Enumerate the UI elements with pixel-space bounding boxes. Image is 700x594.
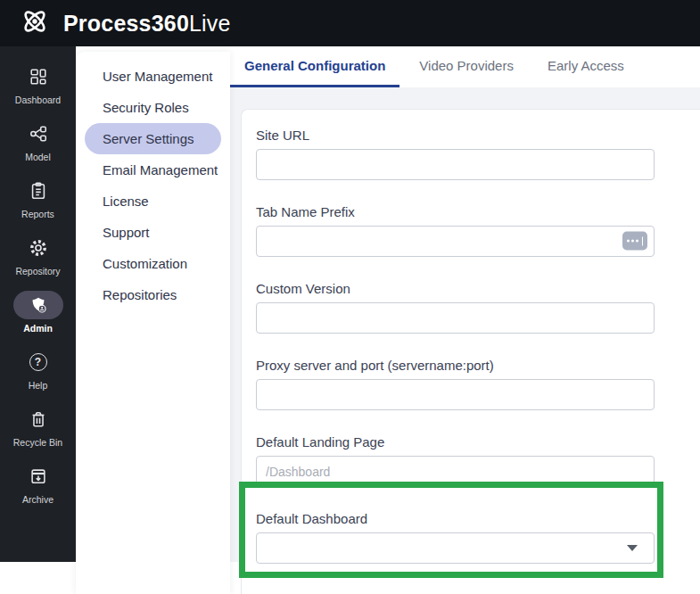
field-tab-name-prefix: Tab Name Prefix: [256, 204, 655, 257]
settings-tab-bar: General Configuration Video Providers Ea…: [230, 46, 700, 87]
sidebar-item-dashboard[interactable]: Dashboard: [0, 55, 76, 112]
sidebar-item-model[interactable]: Model: [0, 112, 76, 169]
sidebar-item-recycle-bin[interactable]: Recycle Bin: [0, 398, 76, 455]
menu-item-security-roles[interactable]: Security Roles: [85, 92, 221, 123]
default-landing-page-label: Default Landing Page: [256, 434, 655, 450]
ellipsis-cursor-button[interactable]: [622, 232, 647, 251]
field-default-dashboard: Default Dashboard: [256, 511, 655, 564]
general-configuration-form: Site URL Tab Name Prefix Custom Version …: [241, 109, 700, 594]
menu-item-repositories[interactable]: Repositories: [85, 279, 221, 310]
model-share-icon: [13, 120, 63, 148]
sidebar-item-reports[interactable]: Reports: [0, 169, 76, 227]
dashboard-icon: [13, 62, 63, 91]
sidebar-item-archive[interactable]: Archive: [0, 455, 76, 512]
site-url-input[interactable]: [256, 149, 655, 180]
brand: Process360Live: [18, 4, 231, 42]
default-landing-page-input[interactable]: [256, 456, 655, 487]
process360-knot-icon: [18, 4, 52, 42]
menu-item-customization[interactable]: Customization: [85, 248, 221, 279]
field-custom-version: Custom Version: [256, 281, 655, 334]
default-dashboard-select[interactable]: [256, 532, 655, 564]
sidebar-item-label: Model: [25, 152, 51, 162]
field-site-url: Site URL: [256, 128, 655, 180]
sidebar-item-label: Archive: [22, 494, 54, 505]
sidebar-item-help[interactable]: ? Help: [0, 341, 76, 398]
tab-early-access[interactable]: Early Access: [533, 46, 638, 87]
custom-version-input[interactable]: [256, 302, 655, 334]
custom-version-label: Custom Version: [256, 281, 655, 296]
tab-name-prefix-input[interactable]: [256, 226, 655, 257]
tab-name-prefix-label: Tab Name Prefix: [256, 204, 655, 219]
menu-item-email-management[interactable]: Email Management: [85, 154, 221, 186]
top-bar: Process360Live: [0, 0, 700, 46]
sidebar-item-label: Reports: [21, 209, 54, 219]
brand-title: Process360Live: [63, 11, 231, 37]
repository-gear-icon: [13, 234, 63, 262]
menu-item-user-management[interactable]: User Management: [85, 61, 221, 92]
primary-sidebar: Dashboard Model Reports: [0, 46, 76, 562]
admin-menu-panel: User Management Security Roles Server Se…: [76, 52, 230, 594]
proxy-server-label: Proxy server and port (servername:port): [256, 358, 655, 373]
proxy-server-input[interactable]: [256, 379, 655, 410]
sidebar-item-label: Repository: [15, 266, 60, 276]
field-default-landing-page: Default Landing Page: [256, 434, 655, 487]
archive-box-icon: [13, 462, 63, 491]
admin-shield-user-icon: [13, 291, 63, 319]
recycle-bin-trash-icon: [13, 405, 63, 433]
help-question-icon: ?: [13, 348, 63, 376]
field-proxy-server: Proxy server and port (servername:port): [256, 358, 655, 410]
sidebar-item-label: Help: [29, 380, 48, 391]
menu-item-license[interactable]: License: [85, 186, 221, 217]
sidebar-item-label: Dashboard: [15, 95, 61, 105]
menu-item-support[interactable]: Support: [85, 217, 221, 248]
reports-clipboard-icon: [13, 177, 63, 205]
sidebar-item-label: Recycle Bin: [13, 437, 62, 448]
chevron-down-icon: [627, 545, 638, 551]
tab-video-providers[interactable]: Video Providers: [405, 46, 528, 87]
menu-item-server-settings[interactable]: Server Settings: [85, 123, 221, 154]
tab-general-configuration[interactable]: General Configuration: [230, 46, 399, 87]
sidebar-item-label: Admin: [23, 323, 53, 334]
sidebar-item-repository[interactable]: Repository: [0, 227, 76, 284]
site-url-label: Site URL: [256, 128, 655, 143]
default-dashboard-label: Default Dashboard: [256, 511, 655, 526]
sidebar-item-admin[interactable]: Admin: [0, 284, 76, 341]
